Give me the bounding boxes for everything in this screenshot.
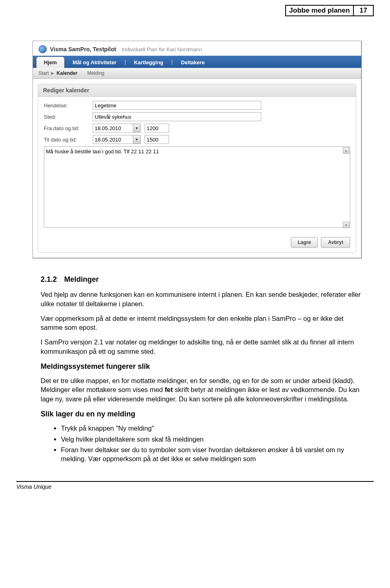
save-button[interactable]: Lagre xyxy=(291,237,318,248)
input-fra-date[interactable] xyxy=(93,124,133,133)
til-date-picker-button[interactable]: ▼ xyxy=(133,135,141,144)
list-item: Trykk på knappen "Ny melding" xyxy=(61,424,362,433)
label-hendelse: Hendelse: xyxy=(44,102,93,109)
section-title: Meldinger xyxy=(64,275,99,283)
section-number: 2.1.2 xyxy=(41,275,57,283)
chevron-right-icon: ▶ xyxy=(51,71,54,75)
input-hendelse[interactable] xyxy=(93,101,261,110)
app-screenshot: Visma SamPro, Testpilot Individuell Plan… xyxy=(32,41,362,258)
label-fra: Fra dato og tid: xyxy=(44,125,93,131)
section-heading: 2.1.2Meldinger xyxy=(41,274,362,284)
subheading: Slik lager du en ny melding xyxy=(41,409,362,419)
bullet-list: Trykk på knappen "Ny melding" Velg hvilk… xyxy=(41,424,362,463)
document-body: 2.1.2Meldinger Ved hjelp av denne funksj… xyxy=(0,274,390,473)
tab-separator-icon: | xyxy=(171,59,173,65)
notes-wrap: ▲ ▼ xyxy=(44,146,350,229)
list-item: Foran hver deltaker ser du to symboler s… xyxy=(61,445,362,464)
row-sted: Sted: xyxy=(44,112,350,121)
fra-date-picker-button[interactable]: ▼ xyxy=(133,124,141,133)
scroll-down-icon[interactable]: ▼ xyxy=(343,222,349,228)
subtab-kalender[interactable]: Kalender xyxy=(56,70,77,76)
page-header-title: Jobbe med planen xyxy=(285,5,354,16)
label-sted: Sted: xyxy=(44,114,93,120)
tab-hjem[interactable]: Hjem xyxy=(36,57,65,68)
bold-text: fet xyxy=(165,386,173,393)
app-logo-icon xyxy=(39,45,47,53)
tab-deltakere[interactable]: Deltakere xyxy=(173,57,212,68)
row-til: Til dato og tid: ▼ xyxy=(44,135,350,144)
app-topbar: Visma SamPro, Testpilot Individuell Plan… xyxy=(33,41,361,56)
input-fra-time[interactable] xyxy=(145,124,169,133)
page-number: 17 xyxy=(354,5,374,16)
subtab-melding[interactable]: Melding xyxy=(87,70,104,76)
input-sted[interactable] xyxy=(93,112,261,121)
tab-separator-icon: | xyxy=(125,59,126,65)
chevron-down-icon: ▼ xyxy=(135,138,139,142)
chevron-down-icon: ▼ xyxy=(135,126,139,130)
panel-body: Hendelse: Sted: Fra dato og tid: ▼ Til d… xyxy=(38,97,356,233)
panel-footer: Lagre Avbryt xyxy=(38,233,356,253)
tab-kartlegging[interactable]: Kartlegging xyxy=(127,57,171,68)
label-til: Til dato og tid: xyxy=(44,137,93,143)
subtab-start[interactable]: Start xyxy=(39,70,49,76)
page-footer: Visma Unique xyxy=(16,481,374,498)
fra-date-group: ▼ xyxy=(93,124,141,133)
panel-title: Rediger kalender xyxy=(38,84,356,97)
page-header: Jobbe med planen 17 xyxy=(0,0,390,16)
list-item: Velg hvilke plandeltakere som skal få me… xyxy=(61,435,362,444)
app-subtitle: Individuell Plan for Kari Nordmann xyxy=(122,46,202,52)
row-hendelse: Hendelse: xyxy=(44,101,350,110)
input-til-time[interactable] xyxy=(145,135,169,144)
scroll-up-icon[interactable]: ▲ xyxy=(343,147,349,154)
subheading: Meldingssystemet fungerer slik xyxy=(41,362,362,371)
textarea-notes[interactable] xyxy=(44,146,350,228)
input-til-date[interactable] xyxy=(93,135,133,144)
paragraph: Det er tre ulike mapper, en for mottatte… xyxy=(41,376,362,403)
paragraph: Ved hjelp av denne funksjonen kan en kom… xyxy=(41,290,362,308)
main-tabs: Hjem Mål og Aktiviteter | Kartlegging | … xyxy=(33,56,361,68)
app-name: Visma SamPro, Testpilot xyxy=(50,46,116,52)
tab-maal[interactable]: Mål og Aktiviteter xyxy=(65,57,124,68)
row-fra: Fra dato og tid: ▼ xyxy=(44,124,350,133)
sub-tabs: Start ▶ Kalender Melding xyxy=(33,68,361,79)
paragraph: Vær oppmerksom på at dette er internt me… xyxy=(41,314,362,332)
paragraph: I SamPro versjon 2.1 var notater og meld… xyxy=(41,338,362,356)
cancel-button[interactable]: Avbryt xyxy=(321,237,350,248)
edit-calendar-panel: Rediger kalender Hendelse: Sted: Fra dat… xyxy=(38,84,356,253)
til-date-group: ▼ xyxy=(93,135,141,144)
